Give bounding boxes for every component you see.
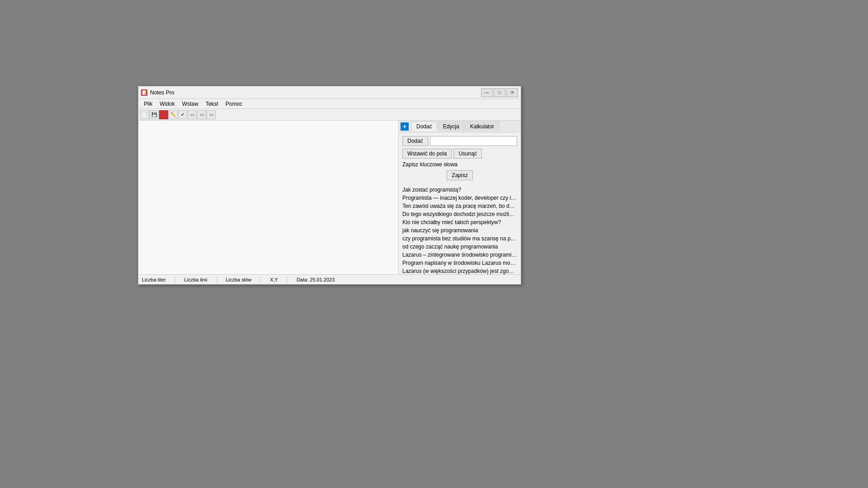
- list-item: jak nauczyć się programowania: [402, 226, 517, 235]
- add-row: Dodać: [402, 136, 517, 146]
- keywords-label: Zapisz kluczowe słowa: [402, 161, 517, 168]
- status-slow: Liczba słów: [226, 277, 261, 282]
- app-icon: [141, 89, 147, 96]
- status-xy: X,Y: [270, 277, 288, 282]
- tb-check-button[interactable]: ✔: [178, 110, 187, 119]
- tabs-bar: + Dodać Edycja Kalkulator: [399, 121, 521, 132]
- list-item: Kto nie chciałby mieć takich perspektyw?: [402, 218, 517, 226]
- close-button[interactable]: ✕: [506, 88, 518, 97]
- tab-edycja[interactable]: Edycja: [438, 122, 464, 131]
- panel-content: Dodać Wstawić do pola Usunąć Zapisz kluc…: [399, 132, 521, 184]
- save-row: Zapisz: [402, 170, 517, 180]
- maximize-button[interactable]: □: [494, 88, 505, 97]
- right-panel: + Dodać Edycja Kalkulator Dodać Wstawić …: [399, 121, 521, 274]
- list-item: Program napisany w środowisku Lazarus mo…: [402, 259, 517, 267]
- toolbar: 📄 💾 ✏️ ✔ ▭ ▭ ▭: [138, 109, 521, 121]
- save-button[interactable]: Zapisz: [447, 170, 472, 180]
- menu-bar: Plik Widok Wstaw Tekst Pomoc: [138, 99, 521, 109]
- tb-box1-button[interactable]: ▭: [188, 110, 197, 119]
- list-item: czy programista bez studiów ma szansę na…: [402, 235, 517, 243]
- status-linii: Liczba linii: [184, 277, 217, 282]
- menu-widok[interactable]: Widok: [156, 100, 178, 108]
- delete-button[interactable]: Usunąć: [453, 149, 482, 159]
- list-item: Jak zostać programistą?: [402, 186, 517, 194]
- status-bar: Liczba liter Liczba linii Liczba słów X,…: [138, 274, 521, 284]
- tb-box3-button[interactable]: ▭: [207, 110, 216, 119]
- window-title: Notes Pro: [150, 89, 481, 96]
- insert-button[interactable]: Wstawić do pola: [402, 149, 452, 159]
- action-buttons-row: Wstawić do pola Usunąć: [402, 149, 517, 159]
- add-input[interactable]: [430, 136, 517, 146]
- tb-edit-button[interactable]: ✏️: [169, 110, 178, 119]
- dodac-button[interactable]: Dodać: [402, 136, 428, 146]
- content-area: + Dodać Edycja Kalkulator Dodać Wstawić …: [138, 121, 521, 274]
- notes-list: Jak zostać programistą?Programista — ina…: [399, 184, 521, 274]
- window-controls: — □ ✕: [481, 88, 518, 97]
- list-item: Lazarus (w większości przypadków) jest z…: [402, 267, 517, 274]
- list-item: Do tego wszystkiego dochodzi jeszcze moż…: [402, 210, 517, 218]
- list-item: Programista — inaczej koder, developer c…: [402, 194, 517, 202]
- menu-plik[interactable]: Plik: [140, 100, 156, 108]
- tb-box2-button[interactable]: ▭: [197, 110, 206, 119]
- minimize-button[interactable]: —: [481, 88, 493, 97]
- list-item: od czego zacząć naukę programowania: [402, 243, 517, 251]
- tb-red-button[interactable]: [159, 110, 168, 119]
- tb-save-button[interactable]: 💾: [150, 110, 159, 119]
- add-tab-button[interactable]: +: [401, 122, 409, 131]
- status-liter: Liczba liter: [142, 277, 175, 282]
- tb-new-button[interactable]: 📄: [140, 110, 149, 119]
- tab-kalkulator[interactable]: Kalkulator: [465, 122, 499, 131]
- status-date: Data: 25.01.2023: [297, 277, 344, 282]
- menu-wstaw[interactable]: Wstaw: [179, 100, 202, 108]
- editor-pane[interactable]: [138, 121, 399, 274]
- tab-dodac[interactable]: Dodać: [411, 122, 437, 131]
- list-item: Ten zawód uważa się za pracę marzeń, bo …: [402, 202, 517, 210]
- menu-tekst[interactable]: Tekst: [202, 100, 222, 108]
- menu-pomoc[interactable]: Pomoc: [222, 100, 246, 108]
- main-window: Notes Pro — □ ✕ Plik Widok Wstaw Tekst P…: [138, 86, 521, 285]
- title-bar: Notes Pro — □ ✕: [138, 86, 521, 99]
- list-item: Lazarus – zintegrowane środowisko progra…: [402, 251, 517, 259]
